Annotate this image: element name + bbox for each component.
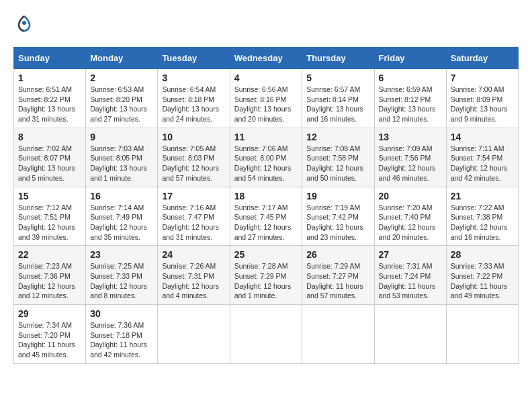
logo (13, 13, 34, 36)
calendar-week-row: 22Sunrise: 7:23 AMSunset: 7:36 PMDayligh… (14, 246, 519, 305)
calendar-week-row: 8Sunrise: 7:02 AMSunset: 8:07 PMDaylight… (14, 128, 519, 187)
day-number: 26 (306, 249, 369, 260)
day-number: 24 (162, 249, 225, 260)
day-number: 25 (234, 249, 298, 260)
day-number: 28 (451, 249, 514, 260)
day-info: Sunrise: 7:19 AMSunset: 7:42 PMDaylight:… (306, 203, 369, 242)
calendar-day-cell: 25Sunrise: 7:28 AMSunset: 7:29 PMDayligh… (230, 246, 302, 305)
calendar-day-cell: 30Sunrise: 7:36 AMSunset: 7:18 PMDayligh… (86, 305, 158, 364)
day-info: Sunrise: 7:34 AMSunset: 7:20 PMDaylight:… (18, 320, 81, 360)
day-info: Sunrise: 7:12 AMSunset: 7:51 PMDaylight:… (18, 203, 81, 242)
calendar-day-cell: 29Sunrise: 7:34 AMSunset: 7:20 PMDayligh… (14, 305, 86, 364)
calendar-day-cell: 14Sunrise: 7:11 AMSunset: 7:54 PMDayligh… (446, 128, 518, 187)
day-number: 10 (162, 132, 225, 142)
column-header-saturday: Saturday (446, 48, 518, 69)
day-info: Sunrise: 7:00 AMSunset: 8:09 PMDaylight:… (451, 85, 514, 124)
day-number: 20 (379, 191, 442, 201)
day-number: 15 (18, 191, 81, 201)
day-info: Sunrise: 7:11 AMSunset: 7:54 PMDaylight:… (451, 144, 514, 183)
calendar-week-row: 1Sunrise: 6:51 AMSunset: 8:22 PMDaylight… (14, 69, 519, 128)
empty-cell (446, 305, 518, 364)
day-info: Sunrise: 7:16 AMSunset: 7:47 PMDaylight:… (162, 203, 225, 242)
calendar-day-cell: 10Sunrise: 7:05 AMSunset: 8:03 PMDayligh… (158, 128, 230, 187)
svg-point-0 (22, 21, 26, 25)
day-number: 16 (90, 191, 153, 201)
calendar-header-row: SundayMondayTuesdayWednesdayThursdayFrid… (14, 48, 519, 69)
day-number: 1 (18, 73, 81, 83)
calendar-day-cell: 17Sunrise: 7:16 AMSunset: 7:47 PMDayligh… (158, 187, 230, 246)
day-number: 23 (90, 249, 153, 260)
day-info: Sunrise: 7:29 AMSunset: 7:27 PMDaylight:… (306, 261, 369, 301)
calendar-day-cell: 9Sunrise: 7:03 AMSunset: 8:05 PMDaylight… (86, 128, 158, 187)
calendar-day-cell: 15Sunrise: 7:12 AMSunset: 7:51 PMDayligh… (14, 187, 86, 246)
column-header-friday: Friday (374, 48, 446, 69)
day-number: 21 (451, 191, 514, 201)
day-number: 18 (234, 191, 298, 201)
calendar-day-cell: 8Sunrise: 7:02 AMSunset: 8:07 PMDaylight… (14, 128, 86, 187)
day-number: 17 (162, 191, 225, 201)
day-info: Sunrise: 7:23 AMSunset: 7:36 PMDaylight:… (18, 261, 81, 301)
day-info: Sunrise: 6:59 AMSunset: 8:12 PMDaylight:… (379, 85, 442, 124)
day-number: 2 (90, 73, 153, 83)
day-number: 3 (162, 73, 225, 83)
day-info: Sunrise: 7:05 AMSunset: 8:03 PMDaylight:… (162, 144, 225, 183)
calendar-day-cell: 22Sunrise: 7:23 AMSunset: 7:36 PMDayligh… (14, 246, 86, 305)
empty-cell (302, 305, 374, 364)
day-info: Sunrise: 7:33 AMSunset: 7:22 PMDaylight:… (451, 261, 514, 301)
calendar-day-cell: 28Sunrise: 7:33 AMSunset: 7:22 PMDayligh… (446, 246, 518, 305)
calendar-day-cell: 23Sunrise: 7:25 AMSunset: 7:33 PMDayligh… (86, 246, 158, 305)
calendar-week-row: 29Sunrise: 7:34 AMSunset: 7:20 PMDayligh… (14, 305, 519, 364)
calendar-day-cell: 16Sunrise: 7:14 AMSunset: 7:49 PMDayligh… (86, 187, 158, 246)
calendar-day-cell: 5Sunrise: 6:57 AMSunset: 8:14 PMDaylight… (302, 69, 374, 128)
calendar-day-cell: 19Sunrise: 7:19 AMSunset: 7:42 PMDayligh… (302, 187, 374, 246)
calendar-table: SundayMondayTuesdayWednesdayThursdayFrid… (13, 47, 519, 364)
calendar-day-cell: 20Sunrise: 7:20 AMSunset: 7:40 PMDayligh… (374, 187, 446, 246)
calendar-day-cell: 4Sunrise: 6:56 AMSunset: 8:16 PMDaylight… (230, 69, 302, 128)
day-info: Sunrise: 6:57 AMSunset: 8:14 PMDaylight:… (306, 85, 369, 124)
calendar-week-row: 15Sunrise: 7:12 AMSunset: 7:51 PMDayligh… (14, 187, 519, 246)
day-number: 11 (234, 132, 298, 142)
day-info: Sunrise: 6:56 AMSunset: 8:16 PMDaylight:… (234, 85, 298, 124)
day-number: 14 (451, 132, 514, 142)
day-info: Sunrise: 7:06 AMSunset: 8:00 PMDaylight:… (234, 144, 298, 183)
day-info: Sunrise: 7:03 AMSunset: 8:05 PMDaylight:… (90, 144, 153, 183)
day-number: 7 (451, 73, 514, 83)
day-number: 4 (234, 73, 298, 83)
day-number: 12 (306, 132, 369, 142)
calendar-day-cell: 7Sunrise: 7:00 AMSunset: 8:09 PMDaylight… (446, 69, 518, 128)
day-number: 6 (379, 73, 442, 83)
calendar-day-cell: 13Sunrise: 7:09 AMSunset: 7:56 PMDayligh… (374, 128, 446, 187)
day-number: 30 (90, 308, 153, 319)
calendar-day-cell: 1Sunrise: 6:51 AMSunset: 8:22 PMDaylight… (14, 69, 86, 128)
calendar-day-cell: 2Sunrise: 6:53 AMSunset: 8:20 PMDaylight… (86, 69, 158, 128)
calendar-day-cell: 12Sunrise: 7:08 AMSunset: 7:58 PMDayligh… (302, 128, 374, 187)
column-header-monday: Monday (86, 48, 158, 69)
day-number: 13 (379, 132, 442, 142)
column-header-tuesday: Tuesday (158, 48, 230, 69)
day-info: Sunrise: 7:31 AMSunset: 7:24 PMDaylight:… (379, 261, 442, 301)
day-info: Sunrise: 7:25 AMSunset: 7:33 PMDaylight:… (90, 261, 153, 301)
day-info: Sunrise: 7:17 AMSunset: 7:45 PMDaylight:… (234, 203, 298, 242)
empty-cell (158, 305, 230, 364)
day-info: Sunrise: 6:54 AMSunset: 8:18 PMDaylight:… (162, 85, 225, 124)
logo-icon (15, 13, 34, 32)
day-info: Sunrise: 7:20 AMSunset: 7:40 PMDaylight:… (379, 203, 442, 242)
column-header-thursday: Thursday (302, 48, 374, 69)
day-info: Sunrise: 7:22 AMSunset: 7:38 PMDaylight:… (451, 203, 514, 242)
day-info: Sunrise: 6:51 AMSunset: 8:22 PMDaylight:… (18, 85, 81, 124)
page-header (13, 13, 519, 36)
calendar-day-cell: 11Sunrise: 7:06 AMSunset: 8:00 PMDayligh… (230, 128, 302, 187)
day-info: Sunrise: 7:14 AMSunset: 7:49 PMDaylight:… (90, 203, 153, 242)
day-info: Sunrise: 7:09 AMSunset: 7:56 PMDaylight:… (379, 144, 442, 183)
calendar-day-cell: 26Sunrise: 7:29 AMSunset: 7:27 PMDayligh… (302, 246, 374, 305)
day-number: 19 (306, 191, 369, 201)
day-number: 29 (18, 308, 81, 319)
column-header-wednesday: Wednesday (230, 48, 302, 69)
day-number: 22 (18, 249, 81, 260)
day-number: 9 (90, 132, 153, 142)
day-info: Sunrise: 7:36 AMSunset: 7:18 PMDaylight:… (90, 320, 153, 360)
day-number: 8 (18, 132, 81, 142)
empty-cell (230, 305, 302, 364)
day-info: Sunrise: 7:26 AMSunset: 7:31 PMDaylight:… (162, 261, 225, 301)
calendar-day-cell: 24Sunrise: 7:26 AMSunset: 7:31 PMDayligh… (158, 246, 230, 305)
